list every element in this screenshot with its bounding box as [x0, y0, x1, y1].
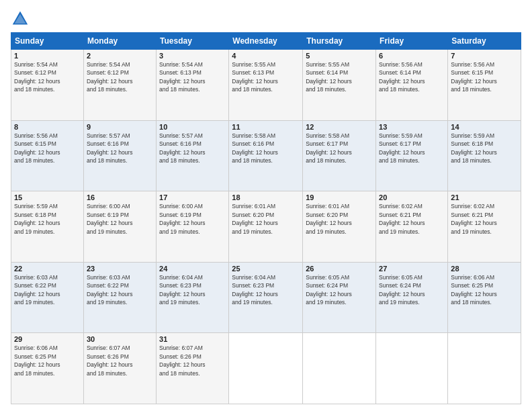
day-info: Sunrise: 5:56 AMSunset: 6:14 PMDaylight:… — [379, 61, 425, 93]
day-cell: 15Sunrise: 5:59 AMSunset: 6:18 PMDayligh… — [11, 191, 84, 263]
header-cell-sunday: Sunday — [11, 33, 84, 50]
day-number: 19 — [306, 193, 373, 201]
day-cell: 20Sunrise: 6:02 AMSunset: 6:21 PMDayligh… — [376, 191, 448, 263]
day-info: Sunrise: 5:58 AMSunset: 6:17 PMDaylight:… — [306, 132, 352, 164]
day-cell: 2Sunrise: 5:54 AMSunset: 6:12 PMDaylight… — [83, 50, 156, 121]
day-cell: 17Sunrise: 6:00 AMSunset: 6:19 PMDayligh… — [157, 191, 229, 263]
day-cell: 7Sunrise: 5:56 AMSunset: 6:15 PMDaylight… — [448, 50, 521, 121]
day-cell: 16Sunrise: 6:00 AMSunset: 6:19 PMDayligh… — [83, 191, 156, 263]
day-number: 1 — [14, 52, 81, 60]
day-cell: 31Sunrise: 6:07 AMSunset: 6:26 PMDayligh… — [157, 333, 229, 404]
day-number: 12 — [306, 123, 373, 131]
calendar-table: SundayMondayTuesdayWednesdayThursdayFrid… — [11, 32, 521, 404]
day-number: 27 — [379, 265, 445, 273]
day-cell: 11Sunrise: 5:58 AMSunset: 6:16 PMDayligh… — [229, 120, 303, 191]
day-number: 2 — [87, 52, 153, 60]
day-number: 15 — [14, 193, 81, 201]
day-cell: 29Sunrise: 6:06 AMSunset: 6:25 PMDayligh… — [11, 333, 84, 404]
header-cell-monday: Monday — [83, 33, 156, 50]
header-cell-friday: Friday — [376, 33, 448, 50]
day-number: 26 — [306, 265, 373, 273]
day-info: Sunrise: 5:56 AMSunset: 6:15 PMDaylight:… — [14, 132, 60, 164]
day-cell — [376, 333, 448, 404]
day-number: 5 — [306, 52, 373, 60]
day-cell: 1Sunrise: 5:54 AMSunset: 6:12 PMDaylight… — [11, 50, 84, 121]
day-info: Sunrise: 5:57 AMSunset: 6:16 PMDaylight:… — [159, 132, 206, 164]
day-cell — [229, 333, 303, 404]
day-info: Sunrise: 6:00 AMSunset: 6:19 PMDaylight:… — [87, 203, 133, 234]
calendar-header: SundayMondayTuesdayWednesdayThursdayFrid… — [11, 33, 521, 50]
day-info: Sunrise: 6:06 AMSunset: 6:25 PMDaylight:… — [451, 274, 497, 306]
header-cell-thursday: Thursday — [303, 33, 376, 50]
day-info: Sunrise: 6:04 AMSunset: 6:23 PMDaylight:… — [232, 274, 278, 306]
day-cell — [448, 333, 521, 404]
day-cell: 21Sunrise: 6:02 AMSunset: 6:21 PMDayligh… — [448, 191, 521, 263]
day-number: 21 — [451, 193, 518, 201]
day-info: Sunrise: 6:01 AMSunset: 6:20 PMDaylight:… — [232, 203, 278, 234]
day-number: 14 — [451, 123, 518, 131]
day-number: 31 — [159, 335, 226, 343]
day-info: Sunrise: 6:01 AMSunset: 6:20 PMDaylight:… — [306, 203, 352, 234]
page: SundayMondayTuesdayWednesdayThursdayFrid… — [0, 0, 532, 411]
day-number: 28 — [451, 265, 518, 273]
day-number: 7 — [451, 52, 518, 60]
header — [11, 7, 521, 28]
calendar-body: 1Sunrise: 5:54 AMSunset: 6:12 PMDaylight… — [11, 50, 521, 404]
day-info: Sunrise: 6:03 AMSunset: 6:22 PMDaylight:… — [87, 274, 133, 306]
day-info: Sunrise: 6:03 AMSunset: 6:22 PMDaylight:… — [14, 274, 60, 306]
day-number: 8 — [14, 123, 81, 131]
day-info: Sunrise: 6:02 AMSunset: 6:21 PMDaylight:… — [451, 203, 497, 234]
logo-icon — [11, 9, 30, 28]
day-info: Sunrise: 6:05 AMSunset: 6:24 PMDaylight:… — [306, 274, 352, 306]
week-row-0: 1Sunrise: 5:54 AMSunset: 6:12 PMDaylight… — [11, 50, 521, 121]
week-row-4: 29Sunrise: 6:06 AMSunset: 6:25 PMDayligh… — [11, 333, 521, 404]
day-cell: 27Sunrise: 6:05 AMSunset: 6:24 PMDayligh… — [376, 262, 448, 333]
header-cell-tuesday: Tuesday — [157, 33, 229, 50]
day-number: 29 — [14, 335, 81, 343]
logo — [11, 9, 31, 28]
day-number: 22 — [14, 265, 81, 273]
week-row-3: 22Sunrise: 6:03 AMSunset: 6:22 PMDayligh… — [11, 262, 521, 333]
day-number: 6 — [379, 52, 445, 60]
day-cell: 26Sunrise: 6:05 AMSunset: 6:24 PMDayligh… — [303, 262, 376, 333]
day-info: Sunrise: 6:06 AMSunset: 6:25 PMDaylight:… — [14, 345, 60, 376]
day-info: Sunrise: 5:55 AMSunset: 6:13 PMDaylight:… — [232, 61, 278, 93]
day-info: Sunrise: 5:54 AMSunset: 6:12 PMDaylight:… — [87, 61, 133, 93]
day-cell: 18Sunrise: 6:01 AMSunset: 6:20 PMDayligh… — [229, 191, 303, 263]
day-number: 30 — [87, 335, 153, 343]
day-number: 9 — [87, 123, 153, 131]
day-info: Sunrise: 5:59 AMSunset: 6:17 PMDaylight:… — [379, 132, 425, 164]
day-info: Sunrise: 6:00 AMSunset: 6:19 PMDaylight:… — [159, 203, 206, 234]
day-info: Sunrise: 5:55 AMSunset: 6:14 PMDaylight:… — [306, 61, 352, 93]
day-cell: 12Sunrise: 5:58 AMSunset: 6:17 PMDayligh… — [303, 120, 376, 191]
day-cell: 5Sunrise: 5:55 AMSunset: 6:14 PMDaylight… — [303, 50, 376, 121]
day-number: 11 — [232, 123, 300, 131]
day-info: Sunrise: 5:54 AMSunset: 6:12 PMDaylight:… — [14, 61, 60, 93]
day-cell: 25Sunrise: 6:04 AMSunset: 6:23 PMDayligh… — [229, 262, 303, 333]
day-number: 25 — [232, 265, 300, 273]
day-number: 24 — [159, 265, 226, 273]
day-number: 4 — [232, 52, 300, 60]
day-cell: 13Sunrise: 5:59 AMSunset: 6:17 PMDayligh… — [376, 120, 448, 191]
day-number: 16 — [87, 193, 153, 201]
day-info: Sunrise: 6:05 AMSunset: 6:24 PMDaylight:… — [379, 274, 425, 306]
day-info: Sunrise: 6:04 AMSunset: 6:23 PMDaylight:… — [159, 274, 206, 306]
day-info: Sunrise: 5:57 AMSunset: 6:16 PMDaylight:… — [87, 132, 133, 164]
week-row-1: 8Sunrise: 5:56 AMSunset: 6:15 PMDaylight… — [11, 120, 521, 191]
day-cell: 22Sunrise: 6:03 AMSunset: 6:22 PMDayligh… — [11, 262, 84, 333]
header-cell-wednesday: Wednesday — [229, 33, 303, 50]
day-number: 10 — [159, 123, 226, 131]
day-number: 13 — [379, 123, 445, 131]
day-cell: 3Sunrise: 5:54 AMSunset: 6:13 PMDaylight… — [157, 50, 229, 121]
day-info: Sunrise: 5:59 AMSunset: 6:18 PMDaylight:… — [451, 132, 497, 164]
day-cell: 19Sunrise: 6:01 AMSunset: 6:20 PMDayligh… — [303, 191, 376, 263]
day-cell: 6Sunrise: 5:56 AMSunset: 6:14 PMDaylight… — [376, 50, 448, 121]
day-number: 20 — [379, 193, 445, 201]
day-number: 23 — [87, 265, 153, 273]
day-info: Sunrise: 5:59 AMSunset: 6:18 PMDaylight:… — [14, 203, 60, 234]
header-cell-saturday: Saturday — [448, 33, 521, 50]
day-cell: 4Sunrise: 5:55 AMSunset: 6:13 PMDaylight… — [229, 50, 303, 121]
day-info: Sunrise: 6:07 AMSunset: 6:26 PMDaylight:… — [159, 345, 206, 376]
day-cell: 23Sunrise: 6:03 AMSunset: 6:22 PMDayligh… — [83, 262, 156, 333]
day-info: Sunrise: 6:02 AMSunset: 6:21 PMDaylight:… — [379, 203, 425, 234]
